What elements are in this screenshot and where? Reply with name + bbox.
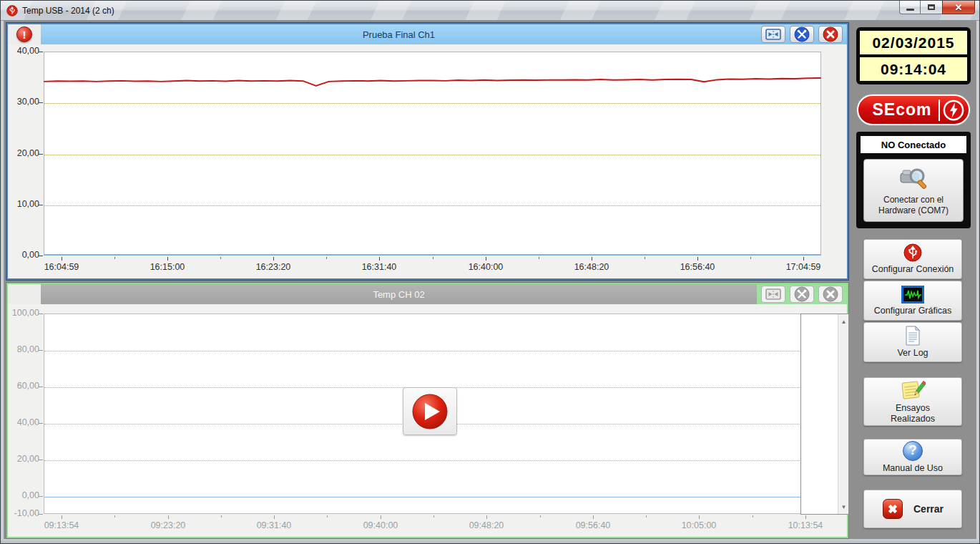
date-display: 02/03/2015	[860, 31, 967, 54]
tools-icon	[794, 26, 810, 42]
secom-logo: SEcom	[857, 94, 970, 125]
scroll-up-button[interactable]: ▲	[838, 316, 849, 327]
window-frame-edge	[976, 21, 980, 540]
button-label: Ensayos Realizados	[881, 403, 945, 424]
chart2-region: 100,00 80,00 60,00 40,00 20,00 0,00 -10,…	[8, 304, 847, 537]
connect-hardware-label: Conectar con el Hardware (COM7)	[871, 195, 956, 216]
notepad-pencil-icon	[900, 379, 926, 401]
start-acquisition-button[interactable]	[403, 387, 457, 435]
usb-icon	[903, 243, 922, 262]
ensayos-realizados-button[interactable]: Ensayos Realizados	[863, 377, 962, 426]
window-frame-edge	[1, 21, 4, 540]
configurar-graficas-button[interactable]: Configurar Gráficas	[863, 281, 962, 321]
x-tick-label: 16:48:20	[562, 262, 622, 272]
ver-log-button[interactable]: Ver Log	[863, 322, 962, 362]
manual-de-uso-button[interactable]: ? Manual de Uso	[863, 439, 962, 475]
y-axis-ticks	[39, 314, 44, 514]
app-usb-icon	[6, 5, 18, 16]
x-tick-label: 09:40:00	[351, 520, 411, 530]
y-tick-label: 40,00	[8, 46, 39, 56]
button-label: Manual de Uso	[883, 463, 943, 474]
x-tick-label: 16:15:00	[137, 262, 197, 272]
x-tick-label: 16:56:40	[667, 262, 727, 272]
chart1-toolbar	[757, 24, 847, 44]
x-tick-label: 09:48:20	[456, 520, 516, 530]
chart2-header: Temp CH 02	[8, 284, 847, 304]
logo-divider	[939, 99, 940, 121]
x-tick-label: 09:13:54	[31, 520, 92, 530]
x-axis-ticks	[44, 257, 821, 261]
y-tick-label: 30,00	[8, 97, 39, 107]
sidebar: 02/03/2015 09:14:04 SEcom NO Conectado C…	[852, 23, 975, 539]
time-display: 09:14:04	[860, 57, 967, 81]
app-window: Temp USB - 2014 (2 ch) ✕ ! Prueba Final …	[0, 0, 980, 544]
minimize-icon	[906, 9, 914, 11]
help-icon: ?	[903, 441, 923, 461]
button-label: Configurar Conexión	[872, 264, 954, 275]
side-scroll-panel: ▲ ▼	[800, 314, 849, 515]
document-icon	[904, 326, 921, 346]
chart2-settings-button	[790, 286, 814, 303]
brand-text: SEcom	[868, 100, 936, 120]
close-circle-icon	[823, 26, 838, 42]
search-hardware-icon	[897, 165, 930, 192]
scroll-down-button[interactable]: ▼	[838, 501, 849, 513]
x-axis-ticks	[44, 515, 823, 520]
maximize-icon	[928, 4, 935, 10]
resize-icon	[765, 29, 781, 40]
clock-panel: 02/03/2015 09:14:04	[856, 27, 971, 84]
maximize-button[interactable]	[921, 1, 942, 14]
x-tick-label: 09:56:40	[563, 520, 623, 530]
y-tick-label: 20,00	[8, 454, 39, 464]
y-tick-label: -10,00	[8, 508, 39, 518]
chart2-alert-cell	[8, 284, 41, 304]
x-tick-label: 09:31:40	[244, 520, 304, 530]
y-tick-label: 60,00	[8, 381, 39, 391]
button-label: Cerrar	[913, 503, 944, 515]
y-tick-label: 20,00	[8, 148, 39, 158]
connection-panel: NO Conectado Conectar con el Hardware (C…	[856, 132, 971, 228]
close-circle-icon-disabled	[823, 286, 838, 302]
configurar-conexion-button[interactable]: Configurar Conexión	[863, 239, 962, 279]
button-label: Ver Log	[897, 348, 928, 359]
chart1-resize-button[interactable]	[761, 26, 785, 43]
window-frame-edge	[1, 539, 980, 544]
window-title: Temp USB - 2014 (2 ch)	[22, 6, 114, 16]
y-tick-label: 40,00	[8, 417, 39, 427]
chart-panel-ch2: Temp CH 02	[6, 283, 848, 538]
y-tick-label: 80,00	[8, 344, 39, 354]
x-tick-label: 17:04:59	[773, 262, 833, 272]
connection-status: NO Conectado	[861, 136, 966, 153]
chart1-settings-button[interactable]	[790, 26, 814, 43]
chart1-plot-area[interactable]	[44, 52, 821, 256]
x-tick-label: 16:04:59	[31, 262, 92, 272]
x-tick-label: 16:31:40	[349, 262, 409, 272]
x-tick-label: 10:05:00	[669, 520, 729, 530]
y-tick-label: 0,00	[8, 490, 39, 500]
connect-hardware-button[interactable]: Conectar con el Hardware (COM7)	[863, 159, 964, 222]
chart1-region: 40,00 30,00 20,00 10,00 0,00 16:04:59 16…	[8, 44, 847, 278]
x-tick-label: 16:40:00	[456, 262, 516, 272]
chart1-alert-cell: !	[8, 24, 41, 44]
chart1-header: ! Prueba Final Ch1	[8, 24, 847, 44]
close-red-icon	[882, 498, 903, 520]
chart2-resize-button	[761, 286, 785, 303]
titlebar[interactable]: Temp USB - 2014 (2 ch) ✕	[1, 1, 980, 21]
x-tick-label: 16:23:20	[243, 262, 303, 272]
chart2-close-button	[818, 286, 843, 303]
chart-panel-ch1: ! Prueba Final Ch1	[6, 23, 848, 280]
cerrar-button[interactable]: Cerrar	[863, 490, 962, 528]
close-button[interactable]: ✕	[942, 1, 975, 14]
x-tick-label: 10:13:54	[775, 520, 836, 530]
tools-icon-disabled	[794, 286, 810, 302]
chart2-toolbar	[757, 284, 847, 304]
play-icon	[411, 393, 449, 430]
y-tick-label: 100,00	[8, 308, 39, 318]
y-axis-ticks	[39, 52, 44, 256]
close-icon: ✕	[955, 3, 963, 12]
y-tick-label: 10,00	[8, 199, 39, 209]
minimize-button[interactable]	[899, 1, 921, 14]
vertical-scrollbar[interactable]: ▲ ▼	[838, 314, 848, 514]
chart1-close-button[interactable]	[818, 26, 843, 43]
oscilloscope-icon	[901, 286, 924, 303]
